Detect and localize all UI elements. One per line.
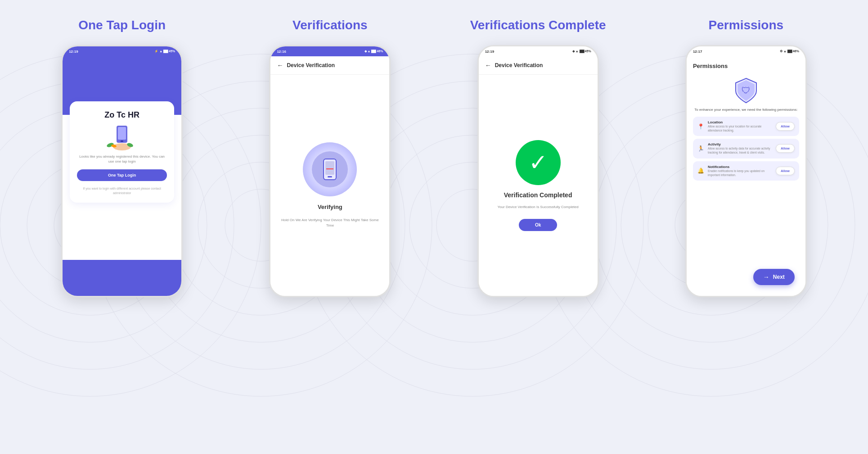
phone-frame-3: 12:19 ◈ ▲ ▇▇ 45% ← Device Verification ✓… <box>477 45 599 297</box>
section-title-3: Verifications Complete <box>470 18 606 32</box>
inner-circle <box>312 151 348 187</box>
section-verifications-complete: Verifications Complete 12:19 ◈ ▲ ▇▇ 45% … <box>443 18 633 297</box>
topbar-title-2: Device Verification <box>287 62 335 68</box>
status-bar-1: 12:19 ⚡ ▲ ▇▇ 45% <box>63 46 181 56</box>
complete-area: ✓ Verification Completed Your Device Ver… <box>479 75 598 296</box>
status-bar-3: 12:19 ◈ ▲ ▇▇ 45% <box>479 46 598 56</box>
svg-rect-26 <box>121 141 123 142</box>
section-title-1: One Tap Login <box>78 18 166 32</box>
section-title-2: Verifications <box>292 18 368 32</box>
location-icon: 📍 <box>697 123 704 130</box>
time-3: 12:19 <box>485 50 494 54</box>
section-one-tap-login: One Tap Login 12:19 ⚡ ▲ ▇▇ 45% Zo Tc HR <box>27 18 217 297</box>
allow-location-button[interactable]: Allow <box>776 122 795 131</box>
allow-notifications-button[interactable]: Allow <box>776 167 795 175</box>
one-tap-login-button[interactable]: One Tap Login <box>77 169 167 181</box>
phone-frame-2: 12:16 ◈ ▲ ▇▇ 46% ← Device Verification <box>269 45 391 297</box>
activity-info: Activity Allow access to activity data f… <box>708 142 772 154</box>
svg-rect-25 <box>118 127 126 140</box>
permission-location: 📍 Location Allow access to your location… <box>693 117 799 136</box>
admin-note: If you want to login with different acco… <box>77 186 167 195</box>
permissions-screen: Permissions 🛡 To enhance your experience… <box>687 56 805 296</box>
time-2: 12:16 <box>277 50 286 54</box>
app-name: Zo Tc HR <box>104 110 139 120</box>
topbar-2: ← Device Verification <box>270 56 389 75</box>
svg-text:🛡: 🛡 <box>742 86 751 95</box>
verifying-desc: Hold On We Are Verifying Your Device Thi… <box>279 218 380 228</box>
next-arrow-icon: → <box>763 273 769 281</box>
verifying-circle <box>303 142 357 196</box>
time-1: 12:19 <box>69 50 78 54</box>
back-arrow-3[interactable]: ← <box>485 62 491 69</box>
shield-icon: 🛡 <box>734 77 758 104</box>
checkmark-icon: ✓ <box>529 151 548 174</box>
section-title-4: Permissions <box>709 18 784 32</box>
time-4: 12:17 <box>693 50 702 54</box>
complete-title: Verification Completed <box>504 191 572 199</box>
next-label: Next <box>773 274 785 280</box>
complete-desc: Your Device Verification Is Successfully… <box>498 205 579 209</box>
activity-name: Activity <box>708 142 772 146</box>
verifications-screen: ← Device Verification <box>270 56 389 296</box>
next-button[interactable]: → Next <box>753 269 795 285</box>
status-bar-4: 12:17 ⚙ ▲ ▇▇ 46% <box>687 46 805 56</box>
activity-icon: 🏃 <box>697 145 704 152</box>
notifications-desc: Enable notifications to keep you updated… <box>708 169 772 177</box>
location-name: Location <box>708 120 772 124</box>
back-arrow-2[interactable]: ← <box>277 62 283 69</box>
complete-screen: ← Device Verification ✓ Verification Com… <box>479 56 598 296</box>
permissions-title: Permissions <box>693 63 799 69</box>
status-icons-3: ◈ ▲ ▇▇ 45% <box>572 50 591 53</box>
permissions-description: To enhance your experience, we need the … <box>693 107 799 112</box>
bell-icon: 🔔 <box>697 168 704 174</box>
phone-verify-icon <box>322 158 338 181</box>
section-verifications: Verifications 12:16 ◈ ▲ ▇▇ 46% ← Device … <box>235 18 425 297</box>
verifying-area: Verifying Hold On We Are Verifying Your … <box>270 75 389 296</box>
activity-desc: Allow access to activity data for accura… <box>708 146 772 154</box>
svg-rect-33 <box>328 176 332 177</box>
phone-frame-1: 12:19 ⚡ ▲ ▇▇ 45% Zo Tc HR <box>61 45 183 297</box>
status-icons-2: ◈ ▲ ▇▇ 46% <box>364 50 383 53</box>
status-icons-4: ⚙ ▲ ▇▇ 46% <box>780 50 799 53</box>
status-bar-2: 12:16 ◈ ▲ ▇▇ 46% <box>270 46 389 56</box>
ok-button[interactable]: Ok <box>519 219 557 231</box>
main-container: One Tap Login 12:19 ⚡ ▲ ▇▇ 45% Zo Tc HR <box>0 0 868 454</box>
allow-activity-button[interactable]: Allow <box>776 144 795 153</box>
phone-frame-4: 12:17 ⚙ ▲ ▇▇ 46% Permissions 🛡 To enhanc… <box>685 45 807 297</box>
verifying-title: Verifying <box>318 204 342 210</box>
success-circle: ✓ <box>516 140 561 185</box>
blue-bottom <box>63 260 181 296</box>
section-permissions: Permissions 12:17 ⚙ ▲ ▇▇ 46% Permissions… <box>651 18 841 297</box>
status-icons-1: ⚡ ▲ ▇▇ 45% <box>154 50 175 53</box>
login-card: Zo Tc HR <box>70 101 174 203</box>
permission-activity: 🏃 Activity Allow access to activity data… <box>693 139 799 158</box>
notifications-name: Notifications <box>708 165 772 169</box>
login-description: Looks like you already registered this d… <box>77 154 167 164</box>
svg-rect-32 <box>325 161 334 175</box>
location-info: Location Allow access to your location f… <box>708 120 772 132</box>
phone-illustration <box>104 123 140 150</box>
location-desc: Allow access to your location for accura… <box>708 124 772 132</box>
shield-container: 🛡 <box>693 77 799 104</box>
permission-notifications: 🔔 Notifications Enable notifications to … <box>693 161 799 181</box>
topbar-3: ← Device Verification <box>479 56 598 75</box>
topbar-title-3: Device Verification <box>495 62 543 68</box>
notifications-info: Notifications Enable notifications to ke… <box>708 165 772 177</box>
